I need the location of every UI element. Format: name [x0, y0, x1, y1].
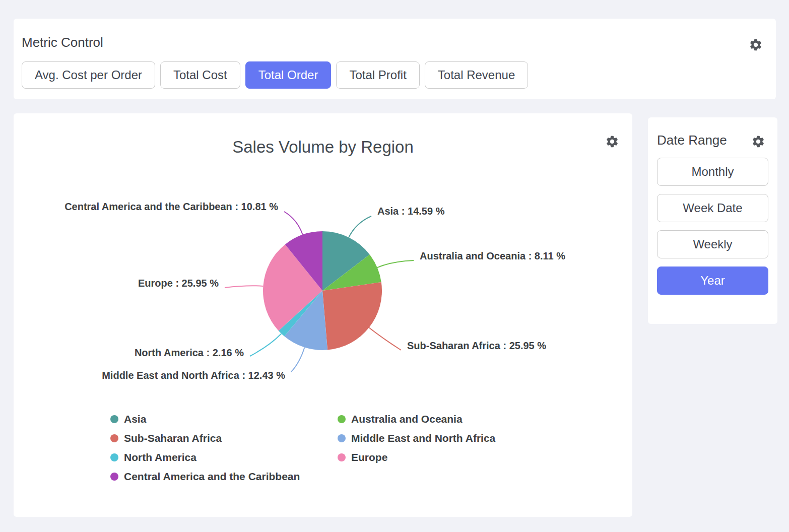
legend-label: Europe [351, 451, 387, 463]
legend-item-australia-and-oceania[interactable]: Australia and Oceania [338, 413, 495, 425]
legend-item-asia[interactable]: Asia [110, 413, 338, 425]
legend-label: Middle East and North Africa [351, 432, 495, 444]
pie-label-australia-and-oceania: Australia and Oceania : 8.11 % [420, 250, 565, 261]
pie-leader-europe [225, 286, 263, 288]
legend-label: Asia [124, 413, 146, 425]
legend-label: Sub-Saharan Africa [124, 432, 222, 444]
metric-button-total-order[interactable]: Total Order [245, 61, 332, 89]
chart-title: Sales Volume by Region [14, 113, 632, 157]
legend-dot [338, 434, 346, 442]
metric-button-total-cost[interactable]: Total Cost [160, 61, 240, 89]
legend-dot [110, 453, 118, 461]
date-range-buttons: Monthly Week Date Weekly Year [657, 158, 768, 295]
legend-item-central-america-and-the-caribbean[interactable]: Central America and the Caribbean [110, 471, 338, 483]
pie-leader-middle-east-and-north-africa [291, 348, 304, 372]
pie-label-central-america-and-the-caribbean: Central America and the Caribbean : 10.8… [64, 201, 278, 212]
legend-item-sub-saharan-africa[interactable]: Sub-Saharan Africa [110, 432, 338, 444]
legend-label: Central America and the Caribbean [124, 471, 300, 483]
date-range-panel: Date Range Monthly Week Date Weekly Year [648, 117, 777, 324]
legend-label: Australia and Oceania [351, 413, 463, 425]
metric-button-total-profit[interactable]: Total Profit [336, 61, 419, 89]
pie-leader-north-america [250, 334, 281, 356]
pie-label-sub-saharan-africa: Sub-Saharan Africa : 25.95 % [407, 340, 546, 351]
metric-control-panel: Metric Control Avg. Cost per Order Total… [14, 19, 776, 99]
date-range-title: Date Range [657, 132, 727, 148]
pie-leader-australia-and-oceania [377, 260, 414, 268]
legend-dot [110, 473, 118, 481]
metric-control-title: Metric Control [22, 35, 103, 50]
gear-icon[interactable] [749, 38, 763, 52]
date-button-monthly[interactable]: Monthly [657, 158, 768, 186]
legend-dot [110, 415, 118, 423]
legend-label: North America [124, 451, 196, 463]
gear-icon[interactable] [751, 135, 765, 149]
metric-buttons-row: Avg. Cost per Order Total Cost Total Ord… [22, 61, 528, 89]
pie-chart: Asia : 14.59 %Australia and Oceania : 8.… [14, 166, 632, 395]
legend-dot [338, 453, 346, 461]
pie-label-asia: Asia : 14.59 % [377, 206, 445, 217]
sales-volume-chart-panel: Sales Volume by Region Asia : 14.59 %Aus… [14, 113, 632, 517]
pie-label-middle-east-and-north-africa: Middle East and North Africa : 12.43 % [102, 370, 285, 381]
pie-leader-asia [349, 216, 371, 237]
chart-legend: AsiaAustralia and OceaniaSub-Saharan Afr… [110, 413, 495, 483]
legend-item-middle-east-and-north-africa[interactable]: Middle East and North Africa [338, 432, 495, 444]
date-button-week-date[interactable]: Week Date [657, 194, 768, 222]
pie-slice-sub-saharan-africa[interactable] [322, 282, 382, 350]
legend-item-europe[interactable]: Europe [338, 451, 495, 463]
pie-label-europe: Europe : 25.95 % [138, 278, 219, 289]
legend-item-north-america[interactable]: North America [110, 451, 338, 463]
pie-leader-central-america-and-the-caribbean [284, 212, 303, 235]
pie-label-north-america: North America : 2.16 % [135, 347, 244, 358]
date-button-weekly[interactable]: Weekly [657, 230, 768, 258]
metric-button-avg-cost-per-order[interactable]: Avg. Cost per Order [22, 61, 155, 89]
legend-dot [110, 434, 118, 442]
metric-button-total-revenue[interactable]: Total Revenue [425, 61, 528, 89]
date-button-year[interactable]: Year [657, 267, 768, 295]
pie-leader-sub-saharan-africa [369, 327, 401, 350]
gear-icon[interactable] [605, 135, 619, 149]
legend-dot [338, 415, 346, 423]
